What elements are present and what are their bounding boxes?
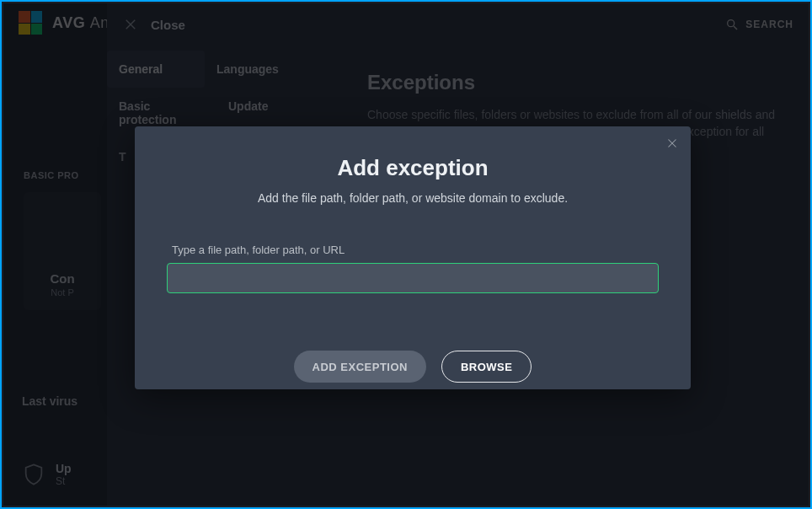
upgrade-line2: St (56, 475, 72, 487)
svg-point-2 (728, 20, 735, 27)
left-column: BASIC PRO Con Not P (3, 153, 107, 310)
modal-close-icon[interactable] (665, 137, 679, 150)
search-button[interactable]: SEARCH (725, 18, 793, 31)
search-icon (725, 18, 739, 31)
brand-bold: AVG (52, 14, 85, 31)
shield-icon (22, 463, 45, 486)
path-input-label: Type a file path, folder path, or URL (172, 244, 659, 256)
card-title: Con (24, 271, 101, 286)
modal-buttons: ADD EXCEPTION BROWSE (167, 351, 659, 383)
nav-item-general[interactable]: General (107, 51, 205, 88)
upgrade-line1: Up (56, 462, 72, 475)
settings-header: Close SEARCH (107, 3, 809, 46)
app-window: AVG An Close SEARCH General Languages Ba… (0, 0, 812, 509)
browse-button[interactable]: BROWSE (441, 351, 532, 383)
search-label: SEARCH (745, 19, 793, 30)
svg-line-3 (734, 26, 737, 29)
add-exception-button[interactable]: ADD EXCEPTION (294, 351, 426, 383)
close-icon[interactable] (122, 16, 139, 33)
basic-pro-label: BASIC PRO (3, 153, 107, 187)
avg-logo-icon (19, 11, 42, 35)
modal-subtitle: Add the file path, folder path, or websi… (167, 191, 659, 205)
nav-item-languages[interactable]: Languages (205, 51, 291, 88)
card-sub: Not P (24, 287, 101, 297)
brand-text: AVG An (52, 14, 110, 32)
upgrade-row[interactable]: Up St (22, 462, 72, 487)
path-input[interactable] (167, 263, 659, 293)
basic-pro-card[interactable]: Con Not P (24, 192, 101, 310)
last-virus-row: Last virus (22, 394, 77, 408)
page-title: Exceptions (367, 71, 788, 94)
modal-title: Add exception (167, 155, 659, 181)
add-exception-modal: Add exception Add the file path, folder … (135, 126, 691, 389)
close-label[interactable]: Close (151, 18, 185, 32)
